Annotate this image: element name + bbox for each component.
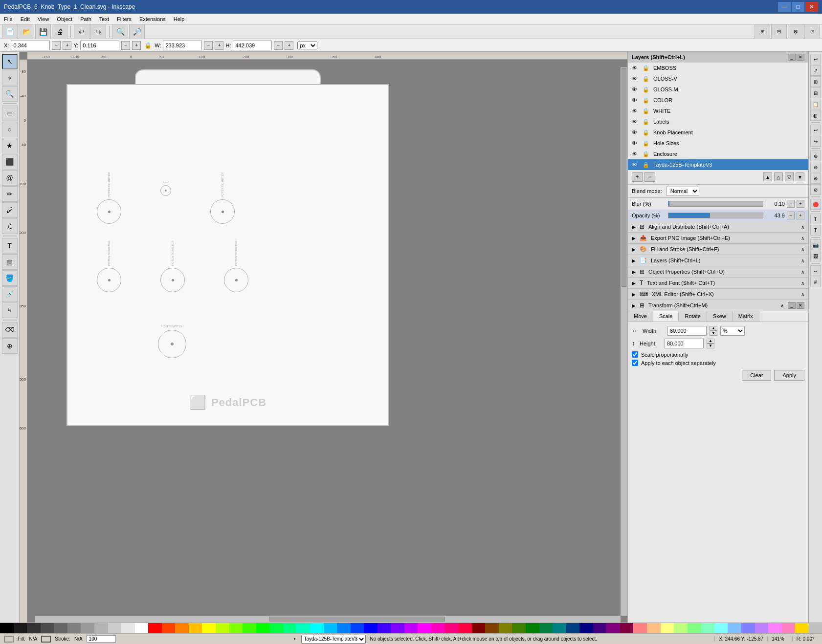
- layer-eye-8[interactable]: 👁: [632, 151, 640, 157]
- layer-eye-0[interactable]: 👁: [632, 65, 640, 71]
- menu-item-path[interactable]: Path: [76, 15, 95, 23]
- palette-swatch-0[interactable]: [0, 623, 14, 634]
- palette-swatch-56[interactable]: [755, 623, 769, 634]
- rt-btn-11[interactable]: ⊗: [810, 173, 821, 184]
- rt-btn-10[interactable]: ⊖: [810, 162, 821, 172]
- palette-swatch-11[interactable]: [148, 623, 162, 634]
- redo-btn[interactable]: ↪: [90, 24, 106, 40]
- transform-tab-skew[interactable]: Skew: [707, 311, 733, 322]
- palette-swatch-5[interactable]: [67, 623, 81, 634]
- rt-btn-12[interactable]: ⊘: [810, 184, 821, 195]
- layer-eye-7[interactable]: 👁: [632, 140, 640, 146]
- palette-swatch-58[interactable]: [782, 623, 796, 634]
- palette-swatch-21[interactable]: [283, 623, 297, 634]
- blur-track[interactable]: [668, 201, 763, 207]
- layer-dn-btn[interactable]: ▽: [785, 172, 794, 181]
- canvas-viewport[interactable]: OUTPUTJACK DC JACK: [27, 60, 627, 623]
- palette-swatch-15[interactable]: [202, 623, 216, 634]
- layer-row-tayda-125b-templatev3[interactable]: 👁 🔒 Tayda-125B-TemplateV3: [628, 159, 808, 170]
- units-select[interactable]: pxmmcmin: [297, 42, 317, 49]
- palette-swatch-39[interactable]: [526, 623, 539, 634]
- paint-bucket-tool[interactable]: 🪣: [2, 270, 18, 286]
- palette-swatch-29[interactable]: [391, 623, 404, 634]
- menu-item-filters[interactable]: Filters: [113, 15, 135, 23]
- rt-btn-18[interactable]: ↔: [810, 265, 821, 276]
- transform-tab-matrix[interactable]: Matrix: [733, 311, 759, 322]
- object-props-header[interactable]: ▶ ⊞ Object Properties (Shift+Ctrl+O) ∧: [628, 266, 808, 278]
- transform-min-btn[interactable]: _: [788, 302, 796, 309]
- y-dec-btn[interactable]: −: [121, 41, 130, 50]
- w-dec-btn[interactable]: −: [204, 41, 213, 50]
- rt-btn-17[interactable]: 🖼: [810, 251, 821, 261]
- palette-swatch-51[interactable]: [688, 623, 701, 634]
- connector-tool[interactable]: ⤷: [2, 302, 18, 318]
- apply-button[interactable]: Apply: [774, 370, 804, 381]
- palette-swatch-22[interactable]: [296, 623, 310, 634]
- h-input[interactable]: [233, 41, 272, 50]
- palette-swatch-55[interactable]: [741, 623, 755, 634]
- apply-to-each-checkbox[interactable]: [632, 360, 638, 366]
- blur-inc-btn[interactable]: +: [797, 200, 804, 208]
- snap-btn-4[interactable]: ⊡: [804, 24, 820, 40]
- transform-close-btn[interactable]: ✕: [797, 302, 804, 309]
- menu-item-file[interactable]: File: [0, 15, 17, 23]
- menu-item-view[interactable]: View: [34, 15, 53, 23]
- layer-lock-5[interactable]: 🔒: [643, 119, 650, 125]
- export-png-header[interactable]: ▶ 📤 Export PNG Image (Shift+Ctrl+E) ∧: [628, 233, 808, 244]
- palette-swatch-52[interactable]: [701, 623, 714, 634]
- layer-lock-8[interactable]: 🔒: [643, 151, 650, 157]
- rt-btn-2[interactable]: ↗: [810, 65, 821, 76]
- rt-btn-1[interactable]: ↩: [810, 54, 821, 64]
- y-inc-btn[interactable]: +: [132, 41, 141, 50]
- node-tool[interactable]: ⌖: [2, 70, 18, 86]
- palette-swatch-31[interactable]: [418, 623, 431, 634]
- layer-eye-3[interactable]: 👁: [632, 97, 640, 103]
- palette-swatch-48[interactable]: [647, 623, 661, 634]
- width-dec-btn[interactable]: ▼: [710, 331, 717, 336]
- rt-btn-5[interactable]: 📋: [810, 99, 821, 109]
- eraser-tool[interactable]: ⌫: [2, 322, 18, 338]
- maximize-button[interactable]: □: [792, 2, 804, 12]
- remove-layer-btn[interactable]: −: [644, 172, 655, 182]
- layer-row-white[interactable]: 👁 🔒 WHITE: [628, 106, 808, 116]
- palette-swatch-8[interactable]: [108, 623, 122, 634]
- rect-tool[interactable]: ▭: [2, 106, 18, 121]
- palette-swatch-24[interactable]: [324, 623, 337, 634]
- palette-swatch-32[interactable]: [431, 623, 445, 634]
- rt-btn-16[interactable]: 📷: [810, 239, 821, 250]
- layer-eye-6[interactable]: 👁: [632, 129, 640, 135]
- palette-swatch-1[interactable]: [14, 623, 27, 634]
- rt-btn-3[interactable]: ⊞: [810, 76, 821, 87]
- layer-lock-4[interactable]: 🔒: [643, 108, 650, 114]
- menu-item-edit[interactable]: Edit: [17, 15, 34, 23]
- palette-swatch-34[interactable]: [458, 623, 472, 634]
- layer-lock-1[interactable]: 🔒: [643, 76, 650, 82]
- palette-swatch-50[interactable]: [674, 623, 688, 634]
- layer-lock-9[interactable]: 🔒: [643, 162, 650, 168]
- snap-btn-1[interactable]: ⊞: [755, 24, 770, 40]
- eyedropper-tool[interactable]: 💉: [2, 286, 18, 302]
- palette-swatch-33[interactable]: [445, 623, 459, 634]
- h-inc-btn[interactable]: +: [285, 41, 293, 50]
- layer-eye-5[interactable]: 👁: [632, 119, 640, 125]
- palette-swatch-26[interactable]: [351, 623, 364, 634]
- vertical-scrollbar[interactable]: [621, 67, 627, 616]
- add-layer-btn[interactable]: +: [632, 172, 643, 182]
- layers-collapse-header[interactable]: ▶ 📑 Layers (Shift+Ctrl+L) ∧: [628, 255, 808, 266]
- layer-row-color[interactable]: 👁 🔒 COLOR: [628, 95, 808, 106]
- gradient-tool[interactable]: ▦: [2, 254, 18, 270]
- zoom-tool-2[interactable]: ⊕: [2, 338, 18, 354]
- palette-swatch-36[interactable]: [485, 623, 499, 634]
- rt-btn-4[interactable]: ⊟: [810, 87, 821, 98]
- width-input[interactable]: [667, 326, 707, 336]
- layer-up2-btn[interactable]: △: [774, 172, 783, 181]
- width-unit-select[interactable]: %pxmm: [720, 326, 745, 336]
- palette-swatch-25[interactable]: [337, 623, 351, 634]
- xml-editor-header[interactable]: ▶ ⌨ XML Editor (Shift+ Ctrl+X) ∧: [628, 289, 808, 300]
- palette-swatch-2[interactable]: [27, 623, 41, 634]
- print-btn[interactable]: 🖨: [52, 24, 67, 40]
- palette-swatch-6[interactable]: [81, 623, 94, 634]
- rt-btn-6[interactable]: ◐: [810, 110, 821, 121]
- ellipse-tool[interactable]: ○: [2, 122, 18, 137]
- layer-row-gloss-m[interactable]: 👁 🔒 GLOSS-M: [628, 84, 808, 95]
